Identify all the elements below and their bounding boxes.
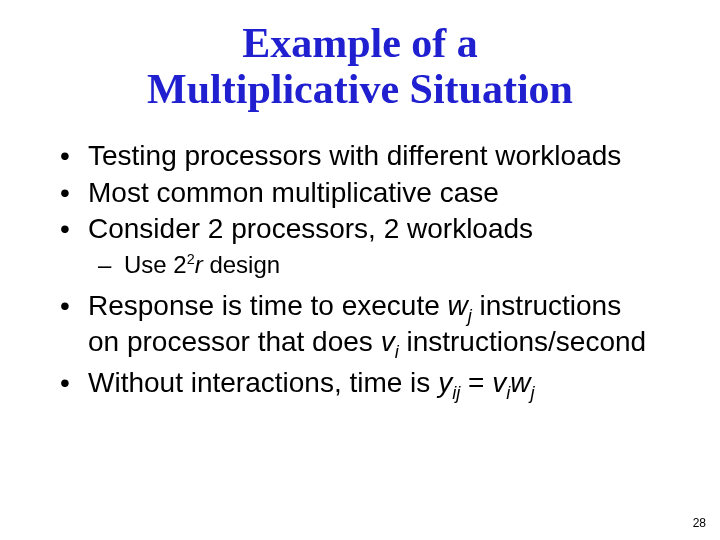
slide-title: Example of a Multiplicative Situation xyxy=(60,20,660,112)
page-number: 28 xyxy=(693,516,706,530)
bullet-5-w: w xyxy=(510,367,530,398)
bullet-1-text: Testing processors with different worklo… xyxy=(88,140,621,171)
title-line-1: Example of a xyxy=(242,20,478,66)
sub-bullet-1-sup: 2 xyxy=(187,251,195,267)
bullet-5-ij: ij xyxy=(452,382,460,402)
bullet-1: Testing processors with different worklo… xyxy=(88,140,660,172)
bullet-4-pre: Response is time to execute xyxy=(88,290,448,321)
bullet-5-pre: Without interactions, time is xyxy=(88,367,438,398)
sub-bullet-1-pre: Use 2 xyxy=(124,251,187,278)
bullet-2-text: Most common multiplicative case xyxy=(88,177,499,208)
title-line-2: Multiplicative Situation xyxy=(147,66,573,112)
bullet-5-v: v xyxy=(492,367,506,398)
bullet-3-text: Consider 2 processors, 2 workloads xyxy=(88,213,533,244)
bullet-2: Most common multiplicative case xyxy=(88,177,660,209)
bullet-4-v: v xyxy=(381,326,395,357)
bullet-list: Testing processors with different worklo… xyxy=(60,140,660,403)
bullet-5-eq: = xyxy=(460,367,492,398)
bullet-4: Response is time to execute wj instructi… xyxy=(88,290,660,363)
sub-bullet-1-r: r xyxy=(195,251,203,278)
sub-bullet-1-post: design xyxy=(203,251,280,278)
bullet-4-post: instructions/second xyxy=(399,326,646,357)
bullet-5-j: j xyxy=(530,382,534,402)
bullet-3: Consider 2 processors, 2 workloads Use 2… xyxy=(88,213,660,280)
bullet-5-y: y xyxy=(438,367,452,398)
sub-list: Use 22r design xyxy=(88,251,660,280)
sub-bullet-1: Use 22r design xyxy=(124,251,660,280)
bullet-4-w: w xyxy=(448,290,468,321)
slide: Example of a Multiplicative Situation Te… xyxy=(0,0,720,540)
bullet-5: Without interactions, time is yij = viwj xyxy=(88,367,660,404)
